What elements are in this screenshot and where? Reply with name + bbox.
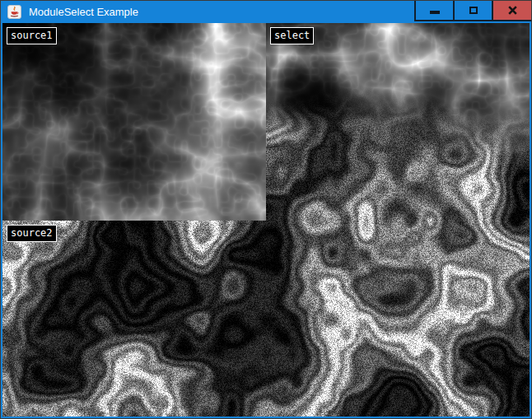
source1-noise-image xyxy=(2,23,266,221)
minimize-button[interactable] xyxy=(414,1,453,21)
label-select: select xyxy=(270,27,314,44)
render-viewport: source1 select source2 xyxy=(2,23,530,417)
maximize-icon xyxy=(469,7,478,14)
titlebar-buttons xyxy=(414,1,531,21)
maximize-button[interactable] xyxy=(453,1,492,21)
titlebar[interactable]: ModuleSelect Example xyxy=(1,1,531,23)
label-source2: source2 xyxy=(7,225,57,242)
java-coffee-icon xyxy=(7,5,21,19)
label-source1: source1 xyxy=(7,27,57,44)
close-button[interactable] xyxy=(492,1,531,21)
minimize-icon xyxy=(430,11,440,14)
window-title: ModuleSelect Example xyxy=(29,1,138,23)
close-icon xyxy=(507,5,518,16)
app-window: ModuleSelect Example source1 select sour… xyxy=(0,0,532,419)
source2-noise-image xyxy=(2,221,530,417)
